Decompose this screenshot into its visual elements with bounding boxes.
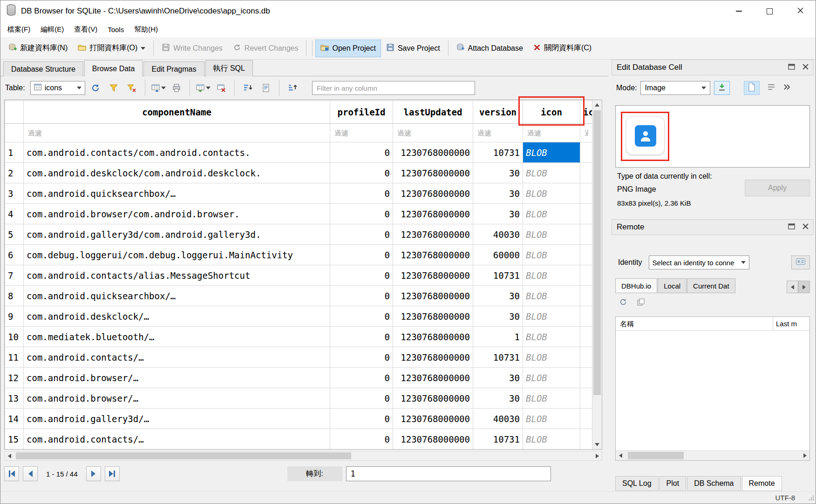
cell-profileId[interactable]: 0 <box>330 142 393 163</box>
cell-icon[interactable]: BLOB <box>523 368 580 388</box>
cell-icon[interactable]: BLOB <box>523 409 580 429</box>
open-database-button[interactable]: 打開資料庫(O) <box>73 40 150 57</box>
image-view-button[interactable] <box>744 81 760 95</box>
identity-settings-button[interactable] <box>791 255 810 269</box>
scrollbar-thumb[interactable] <box>593 110 601 395</box>
cell-componentName[interactable]: com.android.browser/com.android.browser. <box>24 204 330 224</box>
table-selector[interactable]: icons <box>30 81 85 95</box>
cell-lastUpdated[interactable]: 1230768000000 <box>393 245 473 265</box>
print-button[interactable] <box>169 80 184 96</box>
save-project-button[interactable]: Save Project <box>381 40 445 57</box>
next-page-button[interactable] <box>86 466 101 481</box>
cell-version[interactable]: 30 <box>473 204 523 224</box>
cell-componentName[interactable]: com.android.gallery3d/com.android.galler… <box>24 224 330 245</box>
tab-browse-data[interactable]: Browse Data <box>84 60 143 76</box>
cell-icon[interactable]: BLOB <box>523 183 580 204</box>
cell-profileId[interactable]: 0 <box>330 429 393 450</box>
cell-partial[interactable] <box>580 265 593 286</box>
sort-asc-button[interactable] <box>240 80 256 96</box>
cell-componentName[interactable]: com.mediatek.bluetooth/… <box>24 327 330 347</box>
cell-lastUpdated[interactable]: 1230768000000 <box>393 265 473 286</box>
cell-version[interactable]: 30 <box>473 368 523 388</box>
goto-button[interactable]: 轉到: <box>287 466 342 481</box>
minimize-button[interactable] <box>723 0 754 22</box>
menu-help[interactable]: 幫助(H) <box>129 23 163 36</box>
filter-input-lastUpdated[interactable] <box>393 124 473 142</box>
text-view-button[interactable] <box>763 81 779 95</box>
cell-lastUpdated[interactable]: 1230768000000 <box>393 306 473 327</box>
tab-sql-log[interactable]: SQL Log <box>615 476 659 491</box>
first-page-button[interactable] <box>4 466 19 481</box>
cell-partial[interactable] <box>580 245 593 265</box>
cell-lastUpdated[interactable]: 1230768000000 <box>393 409 473 429</box>
cell-version[interactable]: 30 <box>473 163 523 183</box>
cell-partial[interactable] <box>580 286 593 306</box>
vertical-scrollbar[interactable] <box>592 100 602 449</box>
column-header-version[interactable]: version <box>473 101 523 124</box>
menu-file[interactable]: 檔案(F) <box>2 23 35 36</box>
cell-lastUpdated[interactable]: 1230768000000 <box>393 204 473 224</box>
filter-any-column-input[interactable] <box>312 81 475 95</box>
cell-icon[interactable]: BLOB <box>523 306 580 327</box>
cell-version[interactable]: 60000 <box>473 245 523 265</box>
cell-partial[interactable] <box>580 429 593 450</box>
clear-filters-button[interactable] <box>124 80 140 96</box>
cell-icon[interactable]: BLOB <box>523 327 580 347</box>
cell-componentName[interactable]: com.android.quicksearchbox/… <box>24 183 330 204</box>
column-header-componentName[interactable]: componentName <box>24 101 330 124</box>
close-button[interactable] <box>785 0 816 22</box>
cell-icon[interactable]: BLOB <box>523 429 580 450</box>
remote-clone-button[interactable] <box>637 298 645 308</box>
cell-version[interactable]: 1 <box>473 327 523 347</box>
new-database-button[interactable]: 新建資料庫(N) <box>3 40 73 57</box>
cell-componentName[interactable]: com.android.quicksearchbox/… <box>24 286 330 306</box>
edit-cell-button[interactable] <box>258 80 274 96</box>
cell-version[interactable]: 40030 <box>473 224 523 245</box>
cell-componentName[interactable]: com.android.deskclock/… <box>24 306 330 327</box>
cell-lastUpdated[interactable]: 1230768000000 <box>393 429 473 450</box>
apply-button[interactable]: Apply <box>745 180 810 196</box>
remote-horizontal-scrollbar[interactable] <box>616 450 809 460</box>
filter-input-partial[interactable] <box>580 124 592 142</box>
tabs-scroll-left-button[interactable] <box>787 281 798 293</box>
remote-tab-current-database[interactable]: Current Dat <box>687 278 735 293</box>
revert-changes-button[interactable]: Revert Changes <box>228 40 304 57</box>
scroll-left-button[interactable] <box>5 451 14 460</box>
filter-input-profileId[interactable] <box>330 124 393 142</box>
scroll-right-button[interactable] <box>592 451 602 460</box>
scrollbar-thumb[interactable] <box>628 452 684 459</box>
sort-desc-button[interactable] <box>285 80 300 96</box>
filter-button[interactable] <box>106 80 122 96</box>
cell-version[interactable]: 30 <box>473 286 523 306</box>
scroll-right-button[interactable] <box>800 451 809 460</box>
cell-lastUpdated[interactable]: 1230768000000 <box>393 224 473 245</box>
cell-partial[interactable] <box>580 183 593 204</box>
cell-lastUpdated[interactable]: 1230768000000 <box>393 163 473 183</box>
float-panel-button[interactable] <box>788 63 795 72</box>
float-panel-button[interactable] <box>788 222 795 232</box>
cell-componentName[interactable]: com.android.deskclock/com.android.deskcl… <box>24 163 330 183</box>
cell-lastUpdated[interactable]: 1230768000000 <box>393 327 473 347</box>
cell-lastUpdated[interactable]: 1230768000000 <box>393 286 473 306</box>
filter-input-componentName[interactable] <box>24 124 330 142</box>
cell-profileId[interactable]: 0 <box>330 245 393 265</box>
cell-componentName[interactable]: com.debug.loggerui/com.debug.loggerui.Ma… <box>24 245 330 265</box>
write-changes-button[interactable]: Write Changes <box>156 40 228 57</box>
close-panel-button[interactable] <box>802 222 809 232</box>
cell-version[interactable]: 30 <box>473 183 523 204</box>
cell-lastUpdated[interactable]: 1230768000000 <box>393 183 473 204</box>
cell-lastUpdated[interactable]: 1230768000000 <box>393 347 473 368</box>
refresh-button[interactable] <box>88 80 103 96</box>
cell-profileId[interactable]: 0 <box>330 286 393 306</box>
cell-version[interactable]: 10731 <box>473 142 523 163</box>
export-record-button[interactable] <box>195 80 211 96</box>
cell-partial[interactable] <box>580 388 593 409</box>
scrollbar-thumb[interactable] <box>16 452 351 459</box>
cell-componentName[interactable]: com.android.gallery3d/… <box>24 409 330 429</box>
cell-icon[interactable]: BLOB <box>523 224 580 245</box>
cell-profileId[interactable]: 0 <box>330 265 393 286</box>
delete-record-button[interactable] <box>213 80 229 96</box>
remote-tab-dbhub[interactable]: DBHub.io <box>615 278 657 293</box>
cell-partial[interactable] <box>580 224 593 245</box>
cell-profileId[interactable]: 0 <box>330 224 393 245</box>
